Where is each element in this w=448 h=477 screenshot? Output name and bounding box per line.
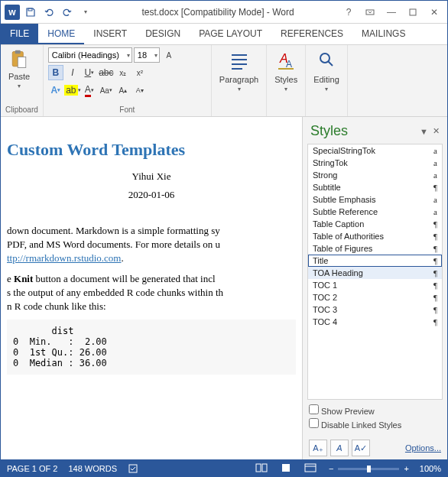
print-layout-icon[interactable] — [280, 463, 294, 474]
style-item[interactable]: Title¶ — [308, 255, 442, 267]
pane-dropdown-icon[interactable]: ▼ — [420, 127, 428, 136]
zoom-slider[interactable]: − + — [329, 464, 409, 473]
svg-rect-5 — [18, 57, 26, 68]
tab-home[interactable]: HOME — [38, 24, 84, 44]
paragraph-button[interactable]: Paragraph▾ — [216, 47, 261, 94]
styles-options-link[interactable]: Options... — [405, 443, 441, 453]
style-item[interactable]: StringToka — [308, 157, 442, 169]
word-count[interactable]: 148 WORDS — [68, 464, 117, 473]
web-layout-icon[interactable] — [304, 463, 318, 474]
style-item[interactable]: Subtle Referencea — [308, 206, 442, 218]
doc-heading: Custom Word Templates — [7, 140, 296, 160]
save-icon[interactable] — [22, 4, 39, 21]
tab-file[interactable]: FILE — [1, 24, 38, 44]
paste-icon — [8, 49, 30, 70]
subscript-button[interactable]: x₂ — [115, 65, 131, 80]
tab-references[interactable]: REFERENCES — [271, 24, 352, 44]
read-mode-icon[interactable] — [255, 463, 269, 474]
quick-access-toolbar: w ▾ — [1, 4, 97, 21]
svg-rect-18 — [305, 464, 316, 472]
manage-styles-icon[interactable]: A✓ — [352, 440, 370, 456]
ribbon-tabs: FILE HOME INSERT DESIGN PAGE LAYOUT REFE… — [1, 24, 447, 45]
style-inspector-icon[interactable]: A — [330, 440, 349, 456]
window-title: test.docx [Compatibility Mode] - Word — [97, 7, 339, 18]
tab-mailings[interactable]: MAILINGS — [352, 24, 414, 44]
window-controls: ? — ✕ — [339, 4, 447, 21]
style-item[interactable]: TOA Heading¶ — [308, 267, 442, 279]
tab-page-layout[interactable]: PAGE LAYOUT — [190, 24, 271, 44]
font-name-combo[interactable]: Calibri (Headings) — [48, 47, 132, 63]
ribbon: Paste ▾ Clipboard Calibri (Headings) 18 … — [1, 45, 447, 117]
minimize-icon[interactable]: — — [381, 4, 401, 21]
editing-button[interactable]: Editing▾ — [310, 47, 342, 94]
doc-code-block: dist 0 Min. : 2.00 0 1st Qu.: 26.00 0 Me… — [7, 320, 296, 375]
highlight-button[interactable]: ab▾ — [65, 83, 80, 98]
ribbon-group-clipboard: Paste ▾ Clipboard — [1, 45, 44, 116]
style-item[interactable]: Table of Authorities¶ — [308, 230, 442, 242]
style-item[interactable]: SpecialStringToka — [308, 144, 442, 157]
style-item[interactable]: TOC 1¶ — [308, 279, 442, 291]
bold-button[interactable]: B — [48, 65, 63, 80]
show-preview-checkbox[interactable]: Show Preview — [309, 404, 441, 416]
zoom-out-icon[interactable]: − — [329, 464, 333, 473]
svg-rect-15 — [256, 464, 261, 472]
pane-close-icon[interactable]: ✕ — [433, 126, 440, 136]
paste-button[interactable]: Paste ▾ — [5, 47, 33, 91]
page-status[interactable]: PAGE 1 OF 2 — [7, 464, 57, 473]
text-effects-button[interactable]: A▾ — [48, 83, 63, 98]
shrink-font-button[interactable]: A▾ — [132, 83, 148, 98]
strikethrough-button[interactable]: abc — [99, 65, 114, 80]
styles-icon: AA — [275, 49, 297, 73]
statusbar: PAGE 1 OF 2 148 WORDS − + 100% — [1, 459, 447, 477]
redo-icon[interactable] — [59, 4, 76, 21]
doc-author: Yihui Xie — [7, 170, 296, 183]
paragraph-icon — [229, 49, 250, 73]
font-size-combo[interactable]: 18 — [134, 47, 160, 63]
tab-insert[interactable]: INSERT — [84, 24, 136, 44]
ribbon-options-icon[interactable] — [360, 4, 380, 21]
zoom-level[interactable]: 100% — [420, 464, 441, 473]
font-color-button[interactable]: A▾ — [82, 83, 97, 98]
style-item[interactable]: Subtle Emphasisa — [308, 193, 442, 206]
maximize-icon[interactable] — [403, 4, 423, 21]
undo-icon[interactable] — [41, 4, 57, 21]
qat-dropdown-icon[interactable]: ▾ — [77, 4, 94, 21]
styles-button[interactable]: AAStyles▾ — [271, 47, 300, 94]
font-label: Font — [48, 104, 206, 115]
disable-linked-checkbox[interactable]: Disable Linked Styles — [309, 418, 441, 430]
tab-design[interactable]: DESIGN — [136, 24, 190, 44]
close-icon[interactable]: ✕ — [424, 4, 444, 21]
clipboard-label: Clipboard — [5, 104, 38, 115]
styles-pane-title: Styles — [310, 123, 415, 139]
svg-line-13 — [328, 61, 333, 66]
doc-date: 2020-01-06 — [7, 189, 296, 201]
clear-formatting-icon[interactable]: A — [161, 47, 177, 63]
doc-link[interactable]: ttp://rmarkdown.rstudio.com — [7, 252, 121, 264]
help-icon[interactable]: ? — [339, 4, 359, 21]
document[interactable]: Custom Word Templates Yihui Xie 2020-01-… — [1, 117, 302, 459]
style-item[interactable]: Table Caption¶ — [308, 218, 442, 230]
styles-list: SpecialStringTokaStringTokaStrongaSubtit… — [307, 144, 443, 400]
svg-rect-1 — [366, 10, 374, 15]
svg-rect-2 — [410, 9, 416, 15]
content-area: Custom Word Templates Yihui Xie 2020-01-… — [1, 117, 447, 459]
underline-button[interactable]: U ▾ — [82, 65, 97, 80]
svg-rect-16 — [262, 464, 267, 472]
grow-font-button[interactable]: A▴ — [115, 83, 131, 98]
style-item[interactable]: TOC 4¶ — [308, 316, 442, 328]
style-item[interactable]: TOC 2¶ — [308, 291, 442, 303]
style-item[interactable]: TOC 3¶ — [308, 303, 442, 316]
word-logo-icon: w — [4, 4, 21, 21]
new-style-icon[interactable]: A₊ — [309, 440, 327, 456]
change-case-button[interactable]: Aa▾ — [99, 83, 114, 98]
spellcheck-icon[interactable] — [128, 463, 140, 474]
titlebar: w ▾ test.docx [Compatibility Mode] - Wor… — [1, 1, 447, 24]
superscript-button[interactable]: x² — [132, 65, 148, 80]
style-item[interactable]: Stronga — [308, 169, 442, 181]
zoom-in-icon[interactable]: + — [404, 464, 408, 473]
svg-rect-14 — [129, 465, 137, 472]
doc-paragraph-1: down document. Markdown is a simple form… — [7, 224, 296, 266]
italic-button[interactable]: I — [65, 65, 80, 80]
style-item[interactable]: Table of Figures¶ — [308, 242, 442, 255]
style-item[interactable]: Subtitle¶ — [308, 181, 442, 193]
